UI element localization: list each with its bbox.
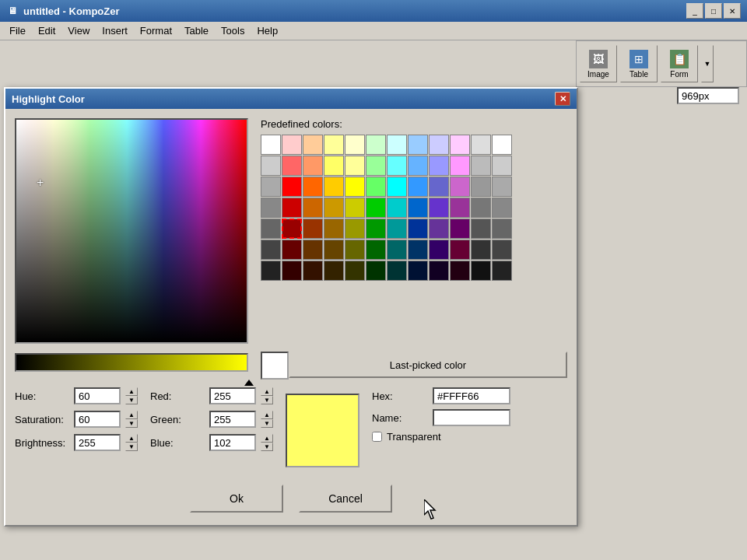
color-cell[interactable]	[345, 135, 365, 155]
color-gradient-picker[interactable]	[15, 118, 248, 344]
hue-up-arrow[interactable]: ▲	[125, 387, 138, 396]
menu-format[interactable]: Format	[134, 23, 178, 38]
dialog-close-button[interactable]: ✕	[555, 92, 570, 106]
red-input[interactable]	[209, 387, 256, 404]
color-cell[interactable]	[366, 198, 386, 218]
last-picked-button[interactable]: Last-picked color	[289, 352, 567, 378]
hue-input[interactable]	[74, 387, 121, 404]
width-input[interactable]	[677, 87, 739, 104]
color-cell[interactable]	[429, 261, 449, 281]
toolbar-form-button[interactable]: 📋 Form	[661, 45, 698, 82]
green-up-arrow[interactable]: ▲	[261, 411, 273, 419]
color-cell[interactable]	[387, 261, 407, 281]
color-cell[interactable]	[471, 156, 491, 176]
color-cell[interactable]	[303, 219, 323, 239]
red-up-arrow[interactable]: ▲	[261, 387, 273, 396]
color-cell[interactable]	[303, 198, 323, 218]
color-cell[interactable]	[324, 219, 344, 239]
color-cell[interactable]	[408, 156, 428, 176]
hue-slider-bar[interactable]	[15, 353, 248, 372]
color-cell[interactable]	[471, 261, 491, 281]
color-cell[interactable]	[471, 135, 491, 155]
menu-insert[interactable]: Insert	[96, 23, 134, 38]
cancel-button[interactable]: Cancel	[299, 485, 392, 513]
menu-view[interactable]: View	[61, 23, 96, 38]
color-cell[interactable]	[282, 198, 302, 218]
color-cell[interactable]	[303, 135, 323, 155]
menu-help[interactable]: Help	[251, 23, 284, 38]
color-cell[interactable]	[387, 135, 407, 155]
color-cell[interactable]	[408, 177, 428, 197]
color-cell[interactable]	[345, 240, 365, 260]
color-cell[interactable]	[492, 219, 512, 239]
hue-down-arrow[interactable]: ▼	[125, 396, 138, 404]
color-cell[interactable]	[261, 198, 281, 218]
color-cell[interactable]	[282, 261, 302, 281]
color-cell[interactable]	[429, 219, 449, 239]
color-cell[interactable]	[471, 240, 491, 260]
toolbar-table-button[interactable]: ⊞ Table	[620, 45, 658, 82]
color-cell[interactable]	[387, 177, 407, 197]
color-cell[interactable]	[492, 177, 512, 197]
color-cell[interactable]	[345, 177, 365, 197]
brightness-up-arrow[interactable]: ▲	[125, 434, 138, 443]
color-cell[interactable]	[345, 219, 365, 239]
color-cell[interactable]	[282, 219, 302, 239]
color-cell[interactable]	[345, 198, 365, 218]
color-cell[interactable]	[471, 198, 491, 218]
toolbar-dropdown-button[interactable]: ▼	[701, 45, 714, 82]
menu-file[interactable]: File	[3, 23, 32, 38]
color-cell[interactable]	[366, 156, 386, 176]
transparent-checkbox[interactable]	[372, 432, 382, 442]
maximize-button[interactable]: □	[705, 3, 722, 19]
color-cell[interactable]	[408, 135, 428, 155]
green-input[interactable]	[209, 411, 256, 428]
color-cell[interactable]	[261, 219, 281, 239]
blue-input[interactable]	[209, 434, 256, 451]
color-cell[interactable]	[303, 240, 323, 260]
color-cell[interactable]	[324, 177, 344, 197]
color-cell[interactable]	[303, 177, 323, 197]
blue-down-arrow[interactable]: ▼	[261, 443, 273, 451]
color-cell[interactable]	[345, 261, 365, 281]
color-cell[interactable]	[282, 177, 302, 197]
color-cell[interactable]	[387, 240, 407, 260]
color-cell[interactable]	[366, 219, 386, 239]
color-cell[interactable]	[429, 198, 449, 218]
color-cell[interactable]	[261, 177, 281, 197]
color-cell[interactable]	[450, 219, 470, 239]
color-cell[interactable]	[492, 240, 512, 260]
color-cell[interactable]	[387, 219, 407, 239]
color-cell[interactable]	[408, 240, 428, 260]
color-cell[interactable]	[387, 156, 407, 176]
color-cell[interactable]	[387, 198, 407, 218]
brightness-down-arrow[interactable]: ▼	[125, 443, 138, 451]
color-cell[interactable]	[345, 156, 365, 176]
blue-up-arrow[interactable]: ▲	[261, 434, 273, 443]
color-cell[interactable]	[366, 240, 386, 260]
color-cell[interactable]	[450, 198, 470, 218]
red-down-arrow[interactable]: ▼	[261, 396, 273, 404]
color-cell[interactable]	[324, 261, 344, 281]
saturation-up-arrow[interactable]: ▲	[125, 411, 138, 419]
color-cell[interactable]	[450, 177, 470, 197]
color-cell[interactable]	[408, 261, 428, 281]
saturation-down-arrow[interactable]: ▼	[125, 419, 138, 428]
hue-slider-handle[interactable]	[244, 380, 254, 386]
color-cell[interactable]	[303, 156, 323, 176]
saturation-input[interactable]	[74, 411, 121, 428]
color-cell[interactable]	[450, 261, 470, 281]
color-cell[interactable]	[429, 240, 449, 260]
color-cell[interactable]	[429, 177, 449, 197]
color-cell[interactable]	[471, 219, 491, 239]
close-button[interactable]: ✕	[724, 3, 741, 19]
color-cell[interactable]	[429, 135, 449, 155]
color-cell[interactable]	[471, 177, 491, 197]
menu-tools[interactable]: Tools	[215, 23, 251, 38]
color-cell[interactable]	[366, 177, 386, 197]
menu-edit[interactable]: Edit	[32, 23, 61, 38]
minimize-button[interactable]: _	[686, 3, 703, 19]
color-cell[interactable]	[324, 135, 344, 155]
color-cell[interactable]	[429, 156, 449, 176]
hex-input[interactable]	[433, 387, 510, 404]
